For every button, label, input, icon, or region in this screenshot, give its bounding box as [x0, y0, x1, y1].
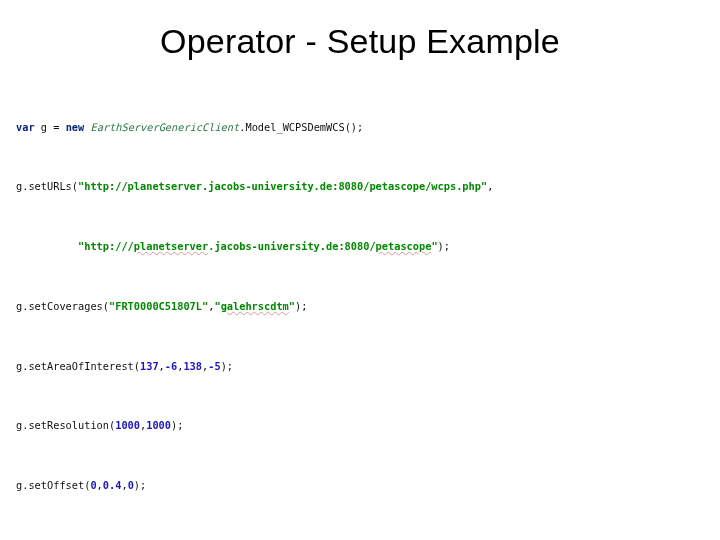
keyword-new: new	[66, 121, 85, 133]
method-setareaofinterest: setAreaOfInterest	[28, 360, 133, 372]
code-line: g.setResolution(1000,1000);	[16, 418, 704, 433]
model-name: .Model_WCPSDemWCS	[239, 121, 344, 133]
code-line: g.setURLs("http://planetserver.jacobs-un…	[16, 179, 704, 194]
method-setcoverages: setCoverages	[28, 300, 102, 312]
method-seturls: setURLs	[28, 180, 71, 192]
code-line: g.setAreaOfInterest(137,-6,138,-5);	[16, 359, 704, 374]
slide: Operator - Setup Example var g = new Ear…	[0, 0, 720, 540]
string-url: "http://planetserver.jacobs-university.d…	[78, 180, 487, 192]
code-block: var g = new EarthServerGenericClient.Mod…	[0, 75, 720, 540]
method-setoffset: setOffset	[28, 479, 84, 491]
slide-title: Operator - Setup Example	[0, 0, 720, 75]
type-name: EarthServerGenericClient	[90, 121, 239, 133]
method-setresolution: setResolution	[28, 419, 109, 431]
keyword-var: var	[16, 121, 35, 133]
code-line: g.setCoverages("FRT0000C51807L","galehrs…	[16, 299, 704, 314]
code-line: g.setOffset(0,0.4,0);	[16, 478, 704, 493]
code-line: var g = new EarthServerGenericClient.Mod…	[16, 120, 704, 135]
code-line: "http:///planetserver.jacobs-university.…	[16, 239, 704, 254]
